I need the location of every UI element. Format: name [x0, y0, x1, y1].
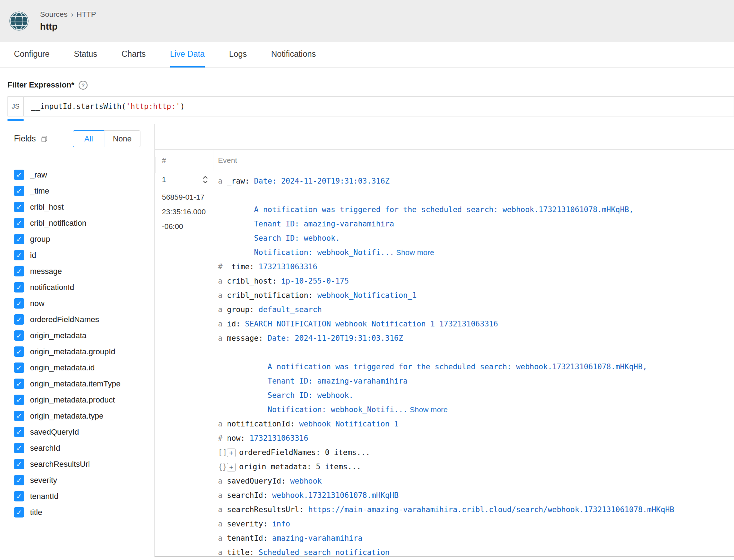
field-toggle-group[interactable]: ✓group	[14, 231, 140, 247]
field-key[interactable]: severity:	[227, 520, 272, 528]
field-key[interactable]: searchResultsUrl:	[227, 505, 308, 514]
field-value[interactable]: ip-10-255-0-175	[281, 277, 349, 285]
expand-plus-icon[interactable]: +	[227, 449, 235, 457]
field-value[interactable]: info	[272, 520, 290, 528]
select-none-button[interactable]: None	[104, 130, 140, 147]
tab-configure[interactable]: Configure	[14, 42, 50, 68]
collapse-sidebar-handle[interactable]	[154, 157, 155, 173]
field-toggle-cribl_host[interactable]: ✓cribl_host	[14, 199, 140, 215]
field-value[interactable]: 0 items...	[325, 448, 370, 457]
breadcrumb-sources-link[interactable]: Sources	[40, 10, 68, 18]
tab-logs[interactable]: Logs	[229, 42, 247, 68]
field-value[interactable]: SEARCH_NOTIFICATION_webhook_Notification…	[245, 320, 498, 328]
field-key[interactable]: cribl_host:	[227, 277, 281, 285]
field-key[interactable]: id:	[227, 320, 245, 328]
field-key[interactable]: origin_metadata:	[239, 462, 316, 471]
checkbox-checked-icon[interactable]: ✓	[14, 395, 24, 405]
field-toggle-origin_metadata.type[interactable]: ✓origin_metadata.type	[14, 408, 140, 424]
help-icon[interactable]: ?	[79, 81, 88, 90]
field-toggle-tenantId[interactable]: ✓tenantId	[14, 488, 140, 504]
checkbox-checked-icon[interactable]: ✓	[14, 266, 24, 276]
field-value[interactable]: webhook.1732131061078.mHKqHB	[272, 491, 398, 500]
checkbox-checked-icon[interactable]: ✓	[14, 346, 24, 357]
field-key[interactable]: now:	[227, 434, 249, 442]
field-toggle-_time[interactable]: ✓_time	[14, 183, 140, 199]
field-toggle-origin_metadata[interactable]: ✓origin_metadata	[14, 328, 140, 344]
tab-status[interactable]: Status	[74, 42, 97, 68]
field-value[interactable]: 1732131063316	[259, 262, 317, 271]
filter-expression-input[interactable]: JS __inputId.startsWith('http:http:')	[8, 96, 734, 116]
field-toggle-now[interactable]: ✓now	[14, 295, 140, 311]
field-key[interactable]: title:	[227, 548, 259, 557]
field-key[interactable]: cribl_notification:	[227, 291, 317, 300]
checkbox-checked-icon[interactable]: ✓	[14, 507, 24, 518]
show-more-link[interactable]: Show more	[408, 405, 448, 414]
field-toggle-orderedFieldNames[interactable]: ✓orderedFieldNames	[14, 311, 140, 328]
field-toggle-savedQueryId[interactable]: ✓savedQueryId	[14, 424, 140, 440]
field-key[interactable]: savedQueryId:	[227, 477, 290, 485]
field-value[interactable]: Date: 2024-11-20T19:31:03.316Z	[268, 334, 403, 342]
field-toggle-origin_metadata.itemType[interactable]: ✓origin_metadata.itemType	[14, 376, 140, 392]
field-toggle-_raw[interactable]: ✓_raw	[14, 167, 140, 183]
field-toggle-cribl_notification[interactable]: ✓cribl_notification	[14, 215, 140, 231]
field-toggle-origin_metadata.id[interactable]: ✓origin_metadata.id	[14, 360, 140, 376]
field-toggle-origin_metadata.groupId[interactable]: ✓origin_metadata.groupId	[14, 344, 140, 360]
field-value[interactable]: Date: 2024-11-20T19:31:03.316Z	[254, 177, 390, 185]
checkbox-checked-icon[interactable]: ✓	[14, 202, 24, 212]
field-key[interactable]: orderedFieldNames:	[239, 448, 325, 457]
field-value[interactable]: https://main-amazing-varahamihira.cribl.…	[308, 505, 674, 514]
checkbox-checked-icon[interactable]: ✓	[14, 491, 24, 501]
select-all-button[interactable]: All	[73, 130, 104, 147]
checkbox-checked-icon[interactable]: ✓	[14, 234, 24, 244]
field-key[interactable]: message:	[227, 334, 268, 342]
checkbox-checked-icon[interactable]: ✓	[14, 218, 24, 228]
tab-live-data[interactable]: Live Data	[170, 42, 205, 68]
field-toggle-searchResultsUrl[interactable]: ✓searchResultsUrl	[14, 456, 140, 472]
field-key[interactable]: notificationId:	[227, 420, 299, 428]
tab-notifications[interactable]: Notifications	[271, 42, 316, 68]
expand-plus-icon[interactable]: +	[227, 463, 235, 471]
type-string-icon: a	[218, 531, 227, 545]
field-toggle-origin_metadata.product[interactable]: ✓origin_metadata.product	[14, 392, 140, 408]
field-toggle-notificationId[interactable]: ✓notificationId	[14, 279, 140, 295]
checkbox-checked-icon[interactable]: ✓	[14, 411, 24, 421]
checkbox-checked-icon[interactable]: ✓	[14, 379, 24, 389]
checkbox-checked-icon[interactable]: ✓	[14, 314, 24, 325]
breadcrumb-http-link[interactable]: HTTP	[76, 10, 96, 18]
checkbox-checked-icon[interactable]: ✓	[14, 427, 24, 437]
field-value[interactable]: Scheduled search notification	[259, 548, 390, 557]
checkbox-checked-icon[interactable]: ✓	[14, 443, 24, 453]
field-toggle-title[interactable]: ✓title	[14, 504, 140, 520]
field-key[interactable]: _raw:	[227, 177, 254, 185]
field-key[interactable]: tenantId:	[227, 534, 272, 542]
field-toggle-severity[interactable]: ✓severity	[14, 472, 140, 488]
checkbox-checked-icon[interactable]: ✓	[14, 330, 24, 341]
checkbox-checked-icon[interactable]: ✓	[14, 250, 24, 260]
field-value[interactable]: webhook	[290, 477, 322, 485]
field-value[interactable]: webhook_Notification_1	[317, 291, 417, 300]
field-key[interactable]: _time:	[227, 262, 259, 271]
field-value[interactable]: 1732131063316	[249, 434, 308, 442]
field-value-line: A notification was triggered for the sch…	[227, 202, 634, 217]
field-toggle-id[interactable]: ✓id	[14, 247, 140, 263]
field-value[interactable]: 5 items...	[316, 462, 361, 471]
checkbox-checked-icon[interactable]: ✓	[14, 170, 24, 180]
field-value[interactable]: webhook_Notification_1	[299, 420, 398, 428]
field-value[interactable]: amazing-varahamihira	[272, 534, 362, 542]
field-toggle-searchId[interactable]: ✓searchId	[14, 440, 140, 456]
field-toggle-message[interactable]: ✓message	[14, 263, 140, 279]
checkbox-checked-icon[interactable]: ✓	[14, 186, 24, 196]
checkbox-checked-icon[interactable]: ✓	[14, 362, 24, 373]
filter-expression-code[interactable]: __inputId.startsWith('http:http:')	[24, 97, 185, 116]
copy-fields-icon[interactable]	[41, 135, 48, 142]
show-more-link[interactable]: Show more	[394, 248, 434, 256]
expand-row-icon[interactable]	[202, 175, 208, 186]
field-value[interactable]: default_search	[259, 305, 322, 314]
checkbox-checked-icon[interactable]: ✓	[14, 298, 24, 309]
tab-charts[interactable]: Charts	[121, 42, 146, 68]
checkbox-checked-icon[interactable]: ✓	[14, 459, 24, 469]
field-key[interactable]: group:	[227, 305, 259, 314]
checkbox-checked-icon[interactable]: ✓	[14, 475, 24, 485]
field-key[interactable]: searchId:	[227, 491, 272, 500]
checkbox-checked-icon[interactable]: ✓	[14, 282, 24, 292]
